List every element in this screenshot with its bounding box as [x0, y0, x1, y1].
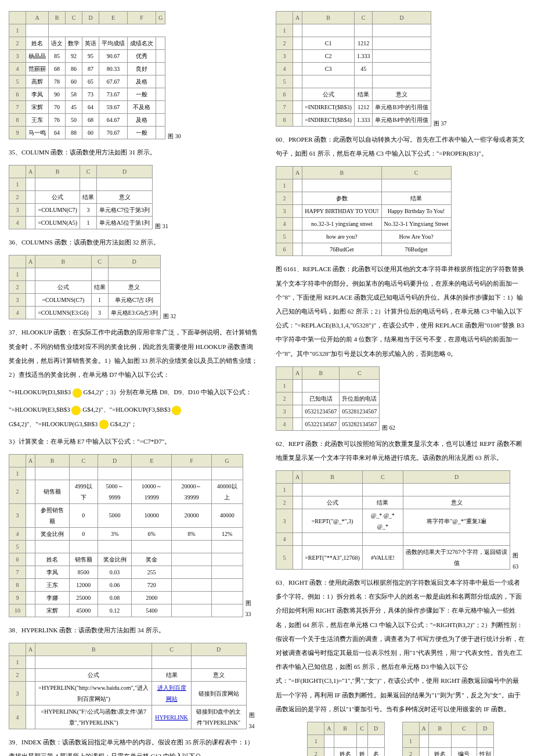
- cell: 1: [9, 656, 26, 669]
- cell: [26, 268, 35, 281]
- cell: 25000: [69, 591, 98, 604]
- cell: 78: [49, 75, 66, 88]
- cell: 单元格C7占1列: [108, 294, 160, 307]
- cell: 59.67: [99, 101, 128, 114]
- cell: [26, 566, 35, 578]
- cell: [172, 540, 212, 553]
- col-header: A: [26, 165, 35, 178]
- cell: 73.67: [99, 88, 128, 101]
- col-header: A: [293, 167, 302, 179]
- cell: [293, 379, 302, 392]
- cell: C3: [302, 63, 355, 75]
- cell: 85: [49, 50, 66, 63]
- cell: 已知电话: [302, 392, 340, 405]
- cell: HAPPY BIRTHDAY TO YOU!: [302, 205, 381, 218]
- cell: [293, 533, 302, 546]
- cell: 2: [276, 192, 293, 205]
- col-header: [9, 165, 26, 178]
- cell: =HYPERLINK("http://www.baidu.com","进入到百度…: [35, 682, 152, 705]
- col-header: G: [156, 12, 165, 24]
- cell: 1: [9, 268, 26, 281]
- fig34-table: ABCD12公式结果意义3=HYPERLINK("http://www.baid…: [9, 643, 247, 729]
- cell: [293, 417, 302, 430]
- col-header: [276, 167, 293, 179]
- cell: [26, 705, 35, 729]
- cell: 公式: [35, 191, 80, 204]
- cell: [293, 24, 302, 37]
- cell: 1: [91, 294, 108, 307]
- cell: 性别: [477, 747, 493, 756]
- fig62-wrap: ABC12已知电话升位后的电话3053212345670532812345674…: [276, 364, 525, 433]
- cell: 李凤: [26, 88, 49, 101]
- col-header: C: [69, 454, 98, 467]
- cell: 范丽丽: [26, 63, 49, 75]
- cell: [293, 114, 302, 127]
- cell: 86: [66, 63, 82, 75]
- fig33-label: 图 33: [246, 597, 258, 620]
- cell: 64: [49, 127, 66, 139]
- cell: 2: [9, 281, 26, 294]
- fig61-table: ABC12参数结果3HAPPY BIRTHDAY TO YOU!Happy Bi…: [276, 166, 452, 256]
- p39: 39、INDEX 函数：该函数返回指定单元格中的内容。假设在图 35 所示的课程…: [9, 735, 258, 756]
- cell: =INDIRECT($B$4): [302, 114, 355, 127]
- cell: [356, 735, 367, 747]
- cell: 升位后的电话: [340, 392, 380, 405]
- cell: 2: [9, 191, 26, 204]
- cell: 结果: [381, 192, 451, 205]
- cell: 2: [402, 747, 419, 756]
- p37d: G$4,2)"、"=HLOOKUP(F3,$B$3: [82, 406, 170, 413]
- col-header: C: [356, 722, 367, 735]
- cell: 姓名: [26, 37, 49, 50]
- cell: 李娜: [35, 591, 70, 604]
- cell: 意义: [373, 88, 431, 101]
- cell: [35, 268, 91, 281]
- cell: 马一鸣: [26, 127, 49, 139]
- cell: 70: [49, 101, 66, 114]
- left-column: ABCDEFG12姓名语文数学英语平均成绩成绩名次3杨晶晶85929590.67…: [9, 9, 258, 756]
- cell: 1: [276, 379, 293, 392]
- fig64-table: ABCD12姓名姓名3李小佩李小佩4李琳娜李琳娜: [307, 722, 384, 756]
- p37: 37、HLOOKUP 函数：在实际工作中此函数的应用非常广泛，下面举例说明。在计…: [9, 325, 258, 381]
- cell: [293, 205, 302, 218]
- col-header: F: [172, 454, 212, 467]
- p62: 62、REPT 函数：此函数可以按照给写的次数重复显示文本，也可以通过 REPT…: [276, 437, 525, 465]
- fig37-table: ABCD12C112123C21.3334C34556公式结果意义7=INDIR…: [276, 11, 431, 127]
- cell: [293, 179, 302, 192]
- cell: 2000: [132, 591, 172, 604]
- p60: 60、PROPER 函数：此函数可以自动转换大小写。首先在工作表中输入一些字母或…: [276, 132, 525, 160]
- fig63-wrap: ABCD12公式结果意义3=REPT("@_*",3)@_* @_* @_*将字…: [276, 468, 525, 572]
- cell: 4: [276, 218, 293, 231]
- cell: 链接到百度网站: [191, 682, 246, 705]
- cell: 杨晶晶: [26, 50, 49, 63]
- cell: 70.67: [99, 127, 128, 139]
- cell: 单元格B3中的引用值: [373, 101, 431, 114]
- cell: [293, 88, 302, 101]
- cell: 参数: [302, 192, 381, 205]
- cell: [211, 566, 243, 578]
- p37c-line: "=HLOOKUP(E3,$B$3 G$4,2)"、"=HLOOKUP(F3,$…: [9, 402, 258, 430]
- cell: 50: [66, 114, 82, 127]
- cell: 4: [9, 705, 26, 729]
- cell: [373, 50, 431, 63]
- col-header: B: [302, 167, 381, 179]
- cell: [97, 178, 153, 191]
- p37f: G$4,2)"；: [110, 420, 137, 427]
- cell: 0.08: [98, 591, 132, 604]
- cell: [26, 553, 35, 566]
- cell: 60: [66, 75, 82, 88]
- cell: [26, 307, 35, 319]
- cell: [419, 747, 428, 756]
- cell: 宋辉: [26, 101, 49, 114]
- cell: 意义: [97, 191, 153, 204]
- cell: 9: [9, 127, 26, 139]
- cell: 姓名: [428, 747, 451, 756]
- cell: [26, 527, 35, 540]
- fig32-label: 图 32: [163, 311, 176, 322]
- col-header: [402, 722, 419, 735]
- col-header: C: [340, 366, 380, 379]
- cell: 数学: [66, 37, 82, 50]
- cell: 2: [308, 747, 324, 756]
- cell: 名: [367, 747, 384, 756]
- cell: 0: [69, 503, 98, 527]
- fig32-wrap: ABCD12公式结果意义3=COLUMNS(C7)1单元格C7占1列4=COLU…: [9, 253, 258, 322]
